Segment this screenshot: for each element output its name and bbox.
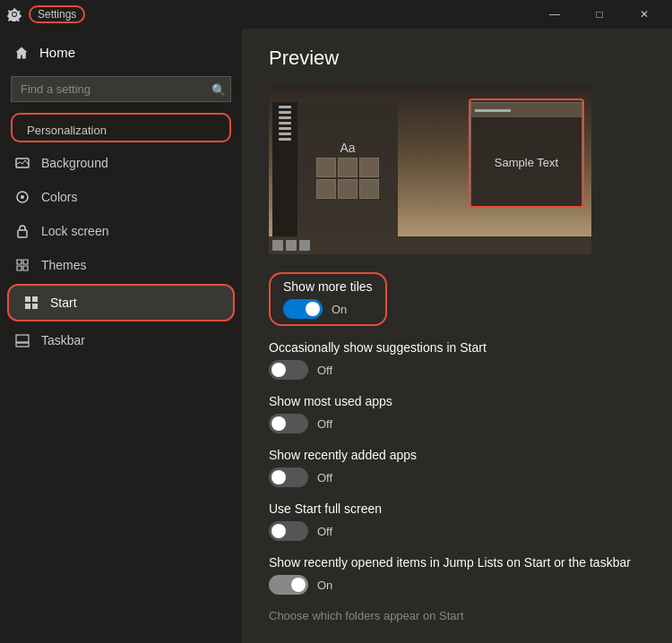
sidebar-item-start[interactable]: Start [7,284,235,322]
titlebar-title: Settings [29,5,85,23]
sidebar-item-background[interactable]: Background [0,146,242,180]
sample-text-titlebar [471,103,582,117]
jump-lists-row: On [269,575,645,595]
recently-added-setting: Show recently added apps Off [269,448,645,487]
main-content: Preview Aa [242,29,672,643]
preview-taskbar-icon-2 [299,240,310,251]
sidebar-item-colors[interactable]: Colors [0,180,242,214]
tile-1 [316,158,336,177]
show-more-tiles-toggle[interactable] [283,299,323,319]
recently-added-value: Off [317,471,332,484]
preview-rail-icon-4 [279,122,291,124]
sample-text-content: Sample Text [471,117,582,207]
settings-app-icon [7,7,22,21]
sidebar-item-taskbar[interactable]: Taskbar [0,323,242,357]
close-button[interactable]: ✕ [624,0,665,29]
minimize-button[interactable]: — [534,0,575,29]
most-used-setting: Show most used apps Off [269,394,645,433]
sidebar-item-lock-screen[interactable]: Lock screen [0,214,242,248]
svg-rect-4 [18,230,27,237]
svg-rect-5 [16,343,29,347]
preview-tiles-area: Aa [297,102,398,236]
search-box: 🔍 [11,76,231,102]
search-button[interactable]: 🔍 [211,82,226,96]
toggle-knob-3 [271,416,286,431]
most-used-toggle[interactable] [269,414,308,433]
start-icon [23,295,39,311]
tile-3 [359,158,379,177]
page-title: Preview [269,47,645,70]
most-used-value: Off [317,417,332,431]
preview-taskbar [269,236,591,254]
toggle-knob-5 [271,524,286,538]
app-container: Home 🔍 Personalization Background Colors… [0,29,672,643]
suggestions-value: Off [317,364,332,377]
titlebar: Settings — □ ✕ [0,0,672,29]
preview-container: Aa Sample Text [269,84,591,254]
maximize-button[interactable]: □ [579,0,620,29]
show-more-tiles-value: On [332,303,347,316]
section-label: Personalization [11,113,231,142]
svg-rect-6 [16,335,29,342]
jump-lists-value: On [317,579,332,592]
preview-rail-icon-6 [279,133,291,135]
background-icon [14,155,30,171]
lock-icon [14,223,30,239]
full-screen-toggle[interactable] [269,521,308,541]
start-label: Start [50,296,77,310]
toggle-knob-2 [271,363,286,377]
taskbar-label: Taskbar [41,333,85,347]
tile-5 [338,179,358,199]
taskbar-icon [14,332,30,348]
sidebar-item-themes[interactable]: Themes [0,248,242,282]
svg-point-0 [13,13,16,16]
home-label: Home [39,45,75,60]
suggestions-setting: Occasionally show suggestions in Start O… [269,340,645,380]
jump-lists-label: Show recently opened items in Jump Lists… [269,555,645,570]
full-screen-value: Off [317,525,332,538]
preview-rail-icon-3 [279,116,291,119]
sample-text-titlebar-bar [475,109,511,112]
toggle-knob [306,302,320,316]
preview-start-menu: Aa [272,102,398,236]
show-more-tiles-section: Show more tiles On [269,272,645,326]
tile-6 [359,179,379,199]
full-screen-setting: Use Start full screen Off [269,502,645,541]
themes-icon [14,257,30,273]
preview-rail-icon-1 [279,106,291,108]
preview-aa-text: Aa [340,141,355,155]
suggestions-toggle[interactable] [269,360,308,380]
recently-added-toggle[interactable] [269,467,308,487]
choose-folders-link[interactable]: Choose which folders appear on Start [269,609,645,622]
tile-2 [338,158,358,177]
recently-added-label: Show recently added apps [269,448,645,462]
show-more-tiles-label: Show more tiles [283,279,373,294]
preview-rail-icon-2 [279,111,291,114]
full-screen-label: Use Start full screen [269,502,645,516]
show-more-tiles-row: On [283,299,373,319]
sample-text-label: Sample Text [495,156,558,169]
toggle-knob-4 [271,470,286,484]
jump-lists-setting: Show recently opened items in Jump Lists… [269,555,645,595]
show-more-tiles-annotated: Show more tiles On [269,272,387,326]
svg-point-3 [21,195,24,199]
search-input[interactable] [11,76,231,102]
sidebar: Home 🔍 Personalization Background Colors… [0,29,242,643]
preview-tile-grid [316,158,379,199]
most-used-row: Off [269,414,645,433]
titlebar-controls: — □ ✕ [534,0,665,29]
toggle-knob-6 [291,578,306,592]
preview-taskbar-start [272,240,283,251]
jump-lists-toggle[interactable] [269,575,308,595]
most-used-label: Show most used apps [269,394,645,408]
suggestions-row: Off [269,360,645,380]
preview-rail-icon-5 [279,127,291,130]
lock-screen-label: Lock screen [41,224,108,238]
sidebar-item-home[interactable]: Home [0,36,242,69]
full-screen-row: Off [269,521,645,541]
colors-label: Colors [41,190,77,204]
preview-left-rail [272,102,297,236]
tile-4 [316,179,336,199]
preview-taskbar-icon-1 [286,240,297,251]
preview-rail-icon-7 [279,138,291,141]
